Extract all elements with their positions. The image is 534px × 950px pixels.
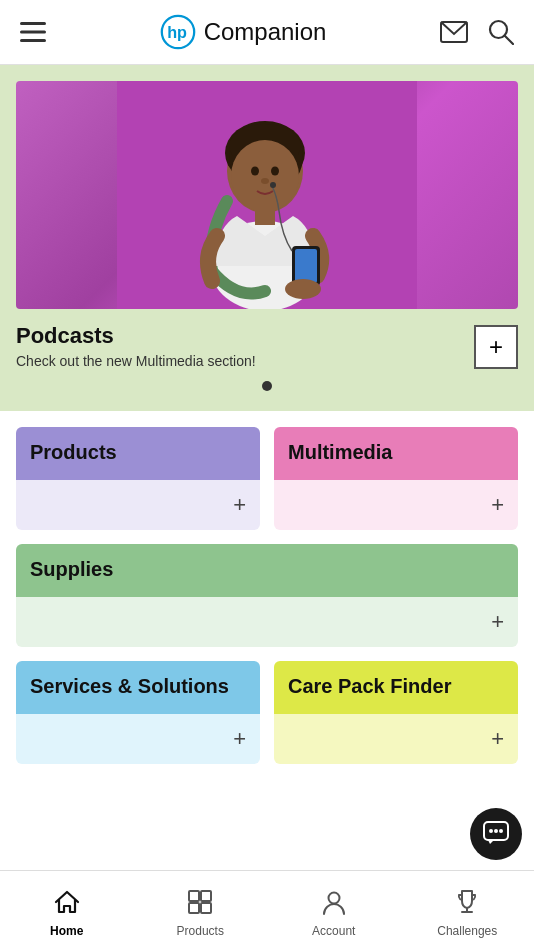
row-3: Services & Solutions + Care Pack Finder … [16, 661, 518, 764]
hero-banner: Podcasts Check out the new Multimedia se… [0, 65, 534, 411]
home-icon [53, 888, 81, 920]
nav-account[interactable]: Account [267, 880, 401, 942]
hero-title: Podcasts [16, 323, 256, 349]
services-tile-header: Services & Solutions [16, 661, 260, 714]
nav-products-label: Products [177, 924, 224, 938]
svg-rect-29 [189, 891, 199, 901]
nav-challenges[interactable]: Challenges [401, 880, 535, 942]
svg-rect-28 [499, 829, 503, 833]
svg-rect-1 [20, 31, 46, 34]
svg-point-19 [261, 178, 269, 184]
mail-button[interactable] [436, 17, 472, 47]
products-nav-icon [186, 888, 214, 920]
multimedia-tile-header: Multimedia [274, 427, 518, 480]
hp-logo-icon: hp [160, 14, 196, 50]
multimedia-tile[interactable]: Multimedia + [274, 427, 518, 530]
products-tile-footer[interactable]: + [16, 480, 260, 530]
svg-rect-26 [489, 829, 493, 833]
services-tile-footer[interactable]: + [16, 714, 260, 764]
carepack-tile-footer[interactable]: + [274, 714, 518, 764]
multimedia-plus-icon: + [491, 492, 504, 518]
supplies-tile[interactable]: Supplies + [16, 544, 518, 647]
grid-section: Products + Multimedia + Supplies + Servi… [0, 411, 534, 780]
svg-point-23 [285, 279, 321, 299]
carepack-tile-header: Care Pack Finder [274, 661, 518, 714]
header-actions [436, 15, 518, 49]
carepack-plus-icon: + [491, 726, 504, 752]
header-brand: hp Companion [160, 14, 327, 50]
hero-illustration [117, 81, 417, 309]
app-title: Companion [204, 18, 327, 46]
products-tile[interactable]: Products + [16, 427, 260, 530]
app-header: hp Companion [0, 0, 534, 65]
nav-products[interactable]: Products [134, 880, 268, 942]
svg-line-7 [505, 36, 514, 45]
svg-rect-0 [20, 22, 46, 25]
svg-rect-22 [295, 249, 317, 283]
hero-subtitle: Check out the new Multimedia section! [16, 353, 256, 369]
svg-point-24 [270, 182, 276, 188]
challenges-nav-icon [453, 888, 481, 920]
svg-rect-27 [494, 829, 498, 833]
hero-dots [16, 381, 518, 391]
account-nav-icon [320, 888, 348, 920]
hero-text-block: Podcasts Check out the new Multimedia se… [16, 323, 256, 369]
hero-image [16, 81, 518, 309]
svg-point-17 [251, 167, 259, 176]
svg-point-16 [231, 140, 299, 212]
hero-plus-button[interactable]: + [474, 325, 518, 369]
menu-button[interactable] [16, 18, 50, 46]
chat-bubble-button[interactable] [470, 808, 522, 860]
nav-home[interactable]: Home [0, 880, 134, 942]
nav-account-label: Account [312, 924, 355, 938]
svg-rect-31 [189, 903, 199, 913]
search-button[interactable] [484, 15, 518, 49]
svg-rect-2 [20, 39, 46, 42]
supplies-tile-header: Supplies [16, 544, 518, 597]
svg-text:hp: hp [167, 23, 187, 41]
multimedia-tile-footer[interactable]: + [274, 480, 518, 530]
supplies-tile-footer[interactable]: + [16, 597, 518, 647]
carepack-tile[interactable]: Care Pack Finder + [274, 661, 518, 764]
dot-1 [262, 381, 272, 391]
nav-home-label: Home [50, 924, 83, 938]
svg-rect-30 [201, 891, 211, 901]
row-1: Products + Multimedia + [16, 427, 518, 530]
svg-point-33 [328, 892, 339, 903]
svg-point-18 [271, 167, 279, 176]
bottom-nav: Home Products Account [0, 870, 534, 950]
services-plus-icon: + [233, 726, 246, 752]
products-plus-icon: + [233, 492, 246, 518]
hero-info: Podcasts Check out the new Multimedia se… [16, 323, 518, 369]
nav-challenges-label: Challenges [437, 924, 497, 938]
svg-rect-20 [255, 207, 275, 225]
products-tile-header: Products [16, 427, 260, 480]
svg-rect-32 [201, 903, 211, 913]
services-tile[interactable]: Services & Solutions + [16, 661, 260, 764]
chat-icon [482, 820, 510, 848]
supplies-plus-icon: + [491, 609, 504, 635]
